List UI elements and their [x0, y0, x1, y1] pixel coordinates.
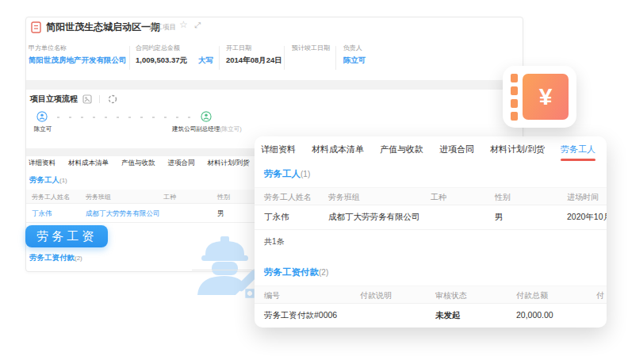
divider — [335, 46, 336, 70]
payments-count: (2) — [75, 255, 82, 262]
payment-id-link[interactable]: 劳务工资付款#0006 — [264, 310, 337, 321]
tab-labor-workers-active[interactable]: 劳务工人 — [561, 144, 595, 155]
flow-end-name: (陈立可) — [220, 125, 242, 132]
active-tab-underline — [561, 159, 595, 161]
tab-detail[interactable]: 详细资料 — [29, 159, 56, 168]
flow-dotted-line — [52, 116, 197, 119]
flow-start-name: 陈立可 — [26, 125, 59, 133]
field-owner-company: 甲方单位名称 简阳世茂房地产开发有限公司 — [29, 44, 127, 66]
card-bottom-border-overlay — [192, 270, 256, 270]
col-team: 劳务班组 — [328, 192, 360, 203]
project-title: 简阳世茂生态城启动区一期 — [46, 21, 160, 34]
col-status: 审核状态 — [435, 290, 467, 301]
field-label: 合同约定总金额 — [136, 44, 213, 52]
col-note: 付款说明 — [360, 290, 392, 301]
uppercase-link[interactable]: 大写 — [198, 56, 213, 64]
payments-section-title: 劳务工资付款(2) — [264, 266, 328, 278]
payments-count: (2) — [319, 268, 328, 277]
total-count: 共1条 — [264, 236, 285, 247]
col-clipped: 付 — [596, 290, 604, 301]
tab-output-collection[interactable]: 产值与收款 — [121, 159, 155, 168]
field-label: 预计竣工日期 — [292, 44, 330, 52]
divider — [129, 46, 130, 70]
flow-start-avatar[interactable] — [36, 111, 48, 122]
col-worker-name: 劳务工人姓名 — [32, 193, 70, 201]
col-amount: 付款总额 — [516, 290, 548, 301]
col-job: 工种 — [431, 192, 446, 203]
payments-table-header: 编号 付款说明 审核状态 付款总额 付 — [255, 285, 607, 304]
field-value-link[interactable]: 陈立可 — [343, 56, 366, 66]
tab-material-cost[interactable]: 材料成本清单 — [68, 159, 109, 168]
payment-status: 未发起 — [435, 310, 461, 321]
tab-detail[interactable]: 详细资料 — [261, 144, 296, 155]
field-label: 负责人 — [343, 44, 366, 52]
worker-gender: 男 — [217, 209, 224, 219]
col-worker-name: 劳务工人姓名 — [264, 192, 312, 203]
front-tab-bar: 详细资料 材料成本清单 产值与收款 进项合同 材料计划/到货 劳务工人 — [261, 144, 595, 155]
field-person-in-charge: 负责人 陈立可 — [343, 44, 366, 66]
field-value-link[interactable]: 简阳世茂房地产开发有限公司 — [29, 56, 127, 66]
labor-worker-panel: 详细资料 材料成本清单 产值与收款 进项合同 材料计划/到货 劳务工人 劳务工人… — [255, 136, 607, 328]
flow-end-avatar[interactable] — [201, 111, 212, 122]
labor-wage-badge[interactable]: 劳务工资 — [25, 225, 108, 247]
worker-team-link[interactable]: 成都丁大劳劳务有限公司 — [86, 209, 160, 219]
tab-material-plan[interactable]: 材料计划/到货 — [208, 159, 250, 168]
workers-count: (1) — [301, 170, 310, 178]
divider — [284, 46, 285, 70]
flow-section-title: 项目立项流程 — [30, 94, 78, 105]
yen-symbol: ¥ — [539, 85, 553, 109]
tab-output-collection[interactable]: 产值与收款 — [380, 144, 423, 155]
field-label: 甲方单位名称 — [29, 44, 127, 52]
flow-end-role: 建筑公司副总经理 — [172, 125, 220, 132]
yen-icon: ¥ — [523, 74, 569, 120]
page: 简阳世茂生态城启动区一期 施工项目 ☆ ⤢ 甲方单位名称 简阳世茂房地产开发有限… — [0, 0, 628, 364]
workers-section-title: 劳务工人(1) — [264, 168, 310, 180]
document-icon — [31, 21, 41, 33]
star-icon[interactable]: ☆ — [179, 20, 188, 29]
worker-gender: 男 — [495, 212, 504, 223]
tab-input-contract[interactable]: 进项合同 — [168, 159, 195, 168]
field-label: 开工日期 — [226, 44, 282, 52]
col-entry-time: 进场时间 — [567, 192, 599, 203]
workers-table-header: 劳务工人姓名 劳务班组 工种 性别 进场时间 — [255, 187, 607, 205]
payment-amount: 20,000.00 — [516, 310, 553, 320]
field-value: 2014年08月24日 — [226, 56, 282, 66]
col-gender: 性别 — [495, 192, 511, 203]
expand-icon[interactable]: ⤢ — [194, 21, 201, 30]
field-value: 1,009,503.37元 — [136, 56, 187, 64]
refresh-icon[interactable] — [108, 94, 117, 104]
col-job: 工种 — [163, 193, 176, 201]
worker-name-link[interactable]: 丁永伟 — [32, 209, 52, 219]
col-gender: 性别 — [217, 193, 230, 201]
tab-input-contract[interactable]: 进项合同 — [439, 144, 474, 155]
field-planned-finish-date: 预计竣工日期 — [292, 44, 330, 56]
badge-label: 劳务工资 — [36, 229, 97, 244]
back-tab-bar: 详细资料 材料成本清单 产值与收款 进项合同 材料计划/到货 — [29, 159, 250, 168]
worker-team-link[interactable]: 成都丁大劳劳务有限公司 — [328, 212, 420, 223]
flow-end-label: 建筑公司副总经理(陈立可) — [143, 125, 271, 133]
worker-table-row[interactable]: 丁永伟 成都丁大劳劳务有限公司 男 2020年10月 — [255, 205, 607, 230]
binder-strip-icon — [511, 74, 518, 121]
col-team: 劳务班组 — [86, 193, 111, 201]
divider — [219, 46, 220, 70]
worker-name-link[interactable]: 丁永伟 — [264, 212, 289, 223]
workers-section-title: 劳务工人(1) — [29, 175, 67, 186]
section-separator — [26, 80, 523, 90]
wage-money-card[interactable]: ¥ — [503, 66, 576, 128]
flowchart-icon[interactable] — [82, 94, 92, 104]
project-type-tag: 施工项目 — [149, 23, 176, 33]
worker-entry-time: 2020年10月 — [567, 212, 607, 223]
tab-material-cost[interactable]: 材料成本清单 — [312, 144, 364, 155]
divider — [99, 95, 100, 103]
field-contract-amount: 合同约定总金额 1,009,503.37元大写 — [136, 44, 213, 66]
payment-table-row[interactable]: 劳务工资付款#0006 未发起 20,000.00 — [255, 303, 607, 325]
workers-count: (1) — [59, 177, 67, 184]
field-start-date: 开工日期 2014年08月24日 — [226, 44, 282, 66]
payments-section-title: 劳务工资付款(2) — [29, 253, 82, 263]
tab-material-plan[interactable]: 材料计划/到货 — [490, 144, 545, 155]
col-id: 编号 — [264, 290, 280, 301]
